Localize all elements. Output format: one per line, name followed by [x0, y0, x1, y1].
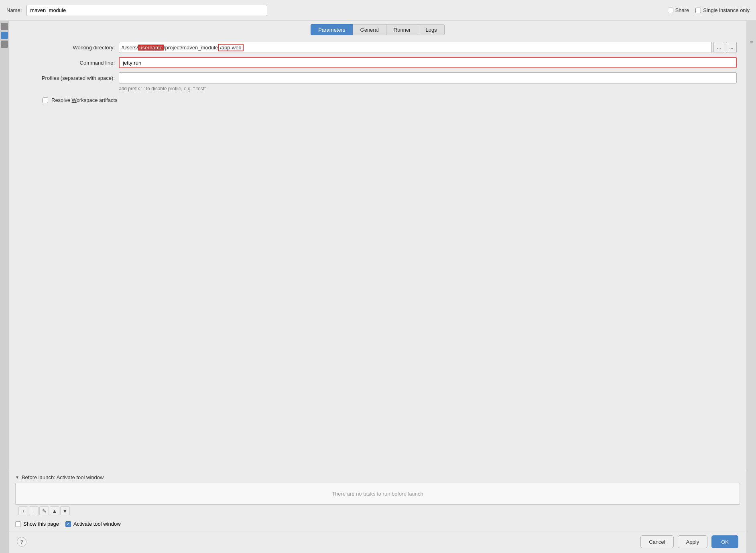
resolve-workspace-row: Resolve Workspace artifacts	[18, 97, 737, 103]
command-line-input[interactable]	[119, 57, 737, 68]
wd-prefix: /Users/	[122, 45, 138, 51]
working-dir-browse-btn1[interactable]: ...	[713, 42, 724, 53]
sidebar-item-2[interactable]	[1, 32, 8, 39]
working-directory-row: Working directory: /Users/username/proje…	[18, 42, 737, 53]
working-directory-input[interactable]: /Users/username/project/maven_module/app…	[119, 42, 712, 53]
working-dir-browse-btn2[interactable]: ...	[726, 42, 737, 53]
top-right-options: Share Single instance only	[668, 7, 750, 13]
profiles-input[interactable]	[119, 72, 737, 83]
working-directory-container: /Users/username/project/maven_module/app…	[119, 42, 737, 53]
wd-boxpart: /app-web	[218, 44, 243, 51]
resolve-workspace-label[interactable]: Resolve Workspace artifacts	[51, 97, 118, 103]
form-area: Working directory: /Users/username/proje…	[9, 35, 746, 260]
launch-tasks-container: There are no tasks to run before launch	[15, 483, 740, 504]
spacer	[9, 260, 746, 471]
name-label: Name:	[6, 7, 22, 13]
right-side-strip: 8	[746, 21, 756, 553]
main-container: Parameters General Runner Logs Working d…	[0, 21, 756, 553]
command-line-row: Command line:	[18, 57, 737, 68]
profiles-hint: add prefix '-' to disable profile, e.g. …	[18, 86, 737, 91]
bottom-buttons: ? Cancel Apply OK	[9, 531, 746, 553]
before-launch-title: Before launch: Activate tool window	[22, 474, 104, 480]
launch-tasks-toolbar: + − ✎ ▲ ▼	[15, 504, 740, 517]
activate-tool-label: Activate tool window	[73, 521, 121, 527]
command-line-wrapper	[119, 57, 737, 68]
tab-parameters[interactable]: Parameters	[311, 24, 352, 35]
right-strip-text: 8	[749, 41, 754, 43]
show-page-group: Show this page	[15, 521, 59, 527]
working-directory-label: Working directory:	[18, 45, 115, 51]
activate-tool-group: ✓ Activate tool window	[65, 521, 121, 527]
profiles-label: Profiles (separated with space):	[18, 75, 115, 81]
tab-runner[interactable]: Runner	[386, 24, 418, 35]
top-bar: Name: Share Single instance only	[0, 0, 756, 21]
resolve-workspace-checkbox[interactable]	[43, 98, 48, 103]
tab-general[interactable]: General	[353, 24, 386, 35]
action-buttons: Cancel Apply OK	[640, 535, 738, 548]
move-down-button[interactable]: ▼	[60, 506, 70, 515]
share-checkbox[interactable]	[668, 8, 673, 13]
collapse-arrow[interactable]: ▼	[15, 475, 19, 480]
content-area: Parameters General Runner Logs Working d…	[9, 21, 746, 553]
cancel-button[interactable]: Cancel	[640, 535, 673, 548]
wd-middle: /project/maven_module	[164, 45, 218, 51]
left-sidebar	[0, 21, 9, 553]
tab-logs[interactable]: Logs	[418, 24, 444, 35]
remove-task-button[interactable]: −	[29, 506, 39, 515]
move-up-button[interactable]: ▲	[50, 506, 59, 515]
show-page-label: Show this page	[23, 521, 59, 527]
before-launch-header: ▼ Before launch: Activate tool window	[15, 474, 740, 480]
apply-button[interactable]: Apply	[678, 535, 708, 548]
share-group: Share	[668, 7, 689, 13]
sidebar-item-1[interactable]	[1, 23, 8, 30]
tabs-row: Parameters General Runner Logs	[9, 21, 746, 35]
profiles-row: Profiles (separated with space):	[18, 72, 737, 83]
sidebar-item-3[interactable]	[1, 41, 8, 48]
wd-redpart: username	[138, 45, 164, 51]
help-button[interactable]: ?	[17, 537, 26, 547]
bottom-options-row: Show this page ✓ Activate tool window	[9, 517, 746, 531]
launch-tasks-empty-message: There are no tasks to run before launch	[16, 483, 740, 504]
edit-task-button[interactable]: ✎	[39, 506, 49, 515]
single-instance-checkbox[interactable]	[695, 8, 701, 13]
share-label[interactable]: Share	[675, 7, 689, 13]
name-input[interactable]	[26, 5, 267, 16]
single-instance-label[interactable]: Single instance only	[703, 7, 750, 13]
ok-button[interactable]: OK	[711, 535, 738, 548]
activate-tool-checkbox[interactable]: ✓	[65, 521, 71, 527]
add-task-button[interactable]: +	[18, 506, 28, 515]
command-line-label: Command line:	[18, 60, 115, 66]
show-page-checkbox[interactable]	[15, 521, 21, 527]
single-instance-group: Single instance only	[695, 7, 750, 13]
before-launch-section: ▼ Before launch: Activate tool window Th…	[9, 471, 746, 517]
